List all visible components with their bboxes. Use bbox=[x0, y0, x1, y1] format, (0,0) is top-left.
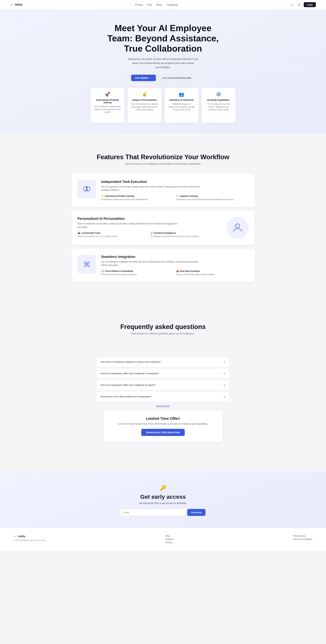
feature-row-img-2 bbox=[77, 255, 96, 274]
login-button[interactable]: Login bbox=[304, 2, 316, 7]
faq-title: Frequently asked questions bbox=[0, 323, 326, 330]
join-waitlist-button[interactable]: Join Waitlist bbox=[131, 75, 156, 81]
brain-icon bbox=[82, 184, 92, 194]
evolve-icon: ⚙️ bbox=[205, 92, 232, 97]
faq-item-3[interactable]: How secure is the data handled by AI emp… bbox=[97, 392, 229, 402]
feature-sub-grid-1: 📥Customizable Traits Tailor AI personali… bbox=[77, 232, 221, 238]
feature-row-title-1: Personalized AI Personalities bbox=[77, 217, 221, 220]
features-section: Features That Revolutionize Your Workflo… bbox=[61, 140, 265, 300]
feature-sub-2-1: 📦Easy Data Exchange Securely transfer in… bbox=[176, 270, 249, 276]
svg-point-7 bbox=[88, 262, 89, 263]
faq-subtitle: Find answers to common questions about o… bbox=[0, 332, 326, 335]
logo-text: AIAlly bbox=[15, 3, 22, 6]
integration-icon bbox=[82, 259, 92, 269]
footer-link-terms[interactable]: Terms and conditions bbox=[293, 538, 313, 540]
nav-link-faq[interactable]: FAQ bbox=[147, 4, 152, 6]
footer-logo-icon: 🪐 bbox=[13, 535, 17, 538]
svg-point-4 bbox=[235, 224, 239, 228]
nav-link-pricing[interactable]: Pricing bbox=[135, 4, 143, 6]
feature-sub-1-1: 💬Emotional Intelligence AI employees und… bbox=[151, 232, 221, 238]
early-access-section: 🔑 Get early access Be among the first to… bbox=[0, 473, 326, 528]
limited-offer-card: Limited Time Offer! Lock in our lowest p… bbox=[104, 410, 222, 442]
footer-link-blog[interactable]: Blog bbox=[165, 535, 173, 537]
early-access-title: Get early access bbox=[7, 494, 319, 500]
footer-links-col2: Privacy policy Terms and conditions bbox=[293, 535, 313, 544]
limited-offer-desc: Lock in our lowest prices now. Prices wi… bbox=[110, 422, 216, 425]
faq-item-1[interactable]: How do AI employees differ from traditio… bbox=[97, 368, 229, 378]
footer-links-col1: Blog Features Pricing bbox=[165, 535, 173, 544]
faq-item-2[interactable]: How do AI employees differ from traditio… bbox=[97, 380, 229, 390]
footer-link-features[interactable]: Features bbox=[165, 538, 173, 540]
hero-subtitle: Experience the future of work with AI em… bbox=[127, 57, 199, 69]
feature-card-desc-0: Our AI employees independently tackle co… bbox=[94, 105, 121, 114]
feature-sub-1-0: 📥Customizable Traits Tailor AI personali… bbox=[77, 232, 148, 238]
faq-list: How does AI Employee compare to hiring a… bbox=[87, 344, 239, 466]
nav-link-changelog[interactable]: Changelog bbox=[166, 4, 178, 6]
early-access-subtitle: Be among the first to get access to getA… bbox=[7, 502, 319, 504]
footer-brand: 🪐 AIAlly © 2024 supastarter. All rights … bbox=[13, 535, 46, 544]
adaptive-icon: 🔧 bbox=[176, 195, 179, 198]
feature-card-2: 👥 Seamless AI Teamwork Multiple AI emplo… bbox=[164, 88, 198, 123]
feature-card-desc-2: Multiple AI employees collaborate on pro… bbox=[168, 102, 195, 111]
feature-row-0: Independent Task Execution Our AI employ… bbox=[71, 174, 255, 207]
footer-copyright: © 2024 supastarter. All rights reserved. bbox=[13, 539, 46, 541]
email-form: Subscribe bbox=[121, 509, 205, 516]
footer: 🪐 AIAlly © 2024 supastarter. All rights … bbox=[0, 528, 326, 551]
feature-card-title-3: Evolving Capabilities bbox=[205, 99, 232, 101]
feature-sub-0-1: 🔧Adaptive Learning Continuously improve … bbox=[176, 195, 249, 201]
feature-row-img-0 bbox=[77, 180, 96, 198]
feature-row-1: Personalized AI Personalities Each AI em… bbox=[71, 210, 255, 245]
nav-links: Pricing FAQ Blog Changelog bbox=[135, 4, 178, 6]
chevron-down-icon-1: ∨ bbox=[223, 372, 225, 376]
email-input[interactable] bbox=[121, 509, 185, 516]
theme-toggle-icon[interactable]: ☀ bbox=[290, 2, 295, 7]
feature-row-content-2: Seamless Integration Our AI employees in… bbox=[101, 255, 249, 276]
rocket-icon: 🚀 bbox=[94, 92, 121, 97]
view-all-faqs-link[interactable]: View all FAQs bbox=[97, 405, 229, 407]
download-icon: 📥 bbox=[77, 232, 80, 234]
svg-point-6 bbox=[84, 262, 86, 263]
limited-offer-title: Limited Time Offer! bbox=[110, 416, 216, 421]
faq-section: Frequently asked questions Find answers … bbox=[0, 313, 326, 466]
lock-promo-button[interactable]: Lock in promotional benefits bbox=[158, 75, 195, 81]
star-icon: ⭐ bbox=[101, 195, 104, 198]
fingerprint-icon: ☝️ bbox=[131, 92, 158, 97]
person-icon-circle bbox=[226, 217, 249, 239]
feature-sub-grid-0: ⭐Autonomous Problem Solving AI employees… bbox=[101, 195, 249, 201]
feature-row-desc-1: Each AI employee comes with a unique per… bbox=[77, 222, 179, 228]
hero-buttons: Join Waitlist Lock in promotional benefi… bbox=[7, 75, 319, 81]
feature-card-desc-1: Each AI employee has a distinct personal… bbox=[131, 102, 158, 111]
booking-button[interactable]: Booking fee: $19.9 Book Now bbox=[141, 429, 185, 436]
chat-icon: 💬 bbox=[151, 232, 154, 234]
teamwork-icon: 👥 bbox=[168, 92, 195, 97]
subscribe-button[interactable]: Subscribe bbox=[187, 509, 205, 516]
feature-row-content-1: Personalized AI Personalities Each AI em… bbox=[77, 217, 221, 238]
features-subtitle: Discover how our AI employees can transf… bbox=[71, 162, 255, 165]
footer-logo: 🪐 AIAlly bbox=[13, 535, 46, 538]
feature-card-title-2: Seamless AI Teamwork bbox=[168, 99, 195, 101]
chevron-down-icon-3: ∨ bbox=[223, 395, 225, 398]
feature-sub-grid-2: 🔗Cross-Platform Compatibility Works with… bbox=[101, 270, 249, 276]
settings-icon[interactable]: ⚙ bbox=[297, 2, 302, 7]
feature-card-title-0: Autonomous Problem Solving bbox=[94, 99, 121, 104]
faq-item-0[interactable]: How does AI Employee compare to hiring a… bbox=[97, 357, 229, 367]
link-icon: 🔗 bbox=[101, 270, 104, 272]
feature-row-2: Seamless Integration Our AI employees in… bbox=[71, 249, 255, 282]
svg-point-8 bbox=[84, 265, 86, 267]
footer-logo-text: AIAlly bbox=[18, 535, 25, 538]
feature-row-content-0: Independent Task Execution Our AI employ… bbox=[101, 180, 249, 201]
nav-right: ☀ ⚙ Login bbox=[290, 2, 316, 7]
nav-link-blog[interactable]: Blog bbox=[157, 4, 162, 6]
footer-link-privacy[interactable]: Privacy policy bbox=[293, 535, 313, 537]
hero-section: Meet Your AI Employee Team: Beyond Assis… bbox=[0, 10, 326, 133]
key-icon: 🔑 bbox=[7, 484, 319, 491]
footer-link-pricing[interactable]: Pricing bbox=[165, 541, 173, 544]
feature-card-0: 🚀 Autonomous Problem Solving Our AI empl… bbox=[91, 88, 125, 123]
person-icon bbox=[232, 222, 243, 234]
feature-cards-row: 🚀 Autonomous Problem Solving Our AI empl… bbox=[87, 88, 239, 123]
navbar: 🪐 AIAlly Pricing FAQ Blog Changelog ☀ ⚙ … bbox=[0, 0, 326, 10]
feature-card-3: ⚙️ Evolving Capabilities Our AI employee… bbox=[201, 88, 235, 123]
feature-row-title-2: Seamless Integration bbox=[101, 255, 249, 259]
feature-row-desc-2: Our AI employees integrate smoothly with… bbox=[101, 260, 203, 267]
feature-row-title-0: Independent Task Execution bbox=[101, 180, 249, 184]
